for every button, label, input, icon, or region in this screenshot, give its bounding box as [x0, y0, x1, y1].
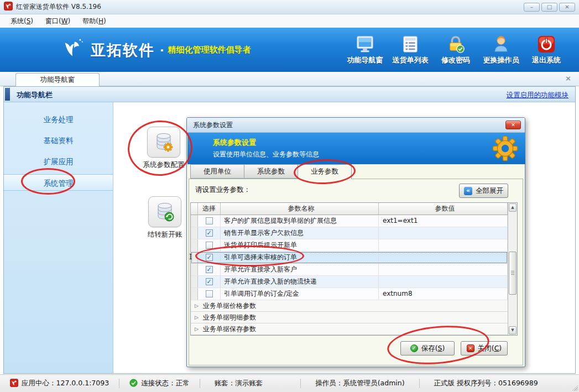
status-connection: 连接状态：正常	[119, 379, 200, 388]
menu-bar: 系统(S)窗口(W)帮助(H)	[0, 14, 579, 28]
minimize-button[interactable]: –	[524, 3, 540, 12]
dialog-banner: 系统参数设置 设置使用单位信息、业务参数等信息	[187, 133, 525, 164]
banner-subtitle: 设置使用单位信息、业务参数等信息	[213, 150, 525, 159]
param-name-cell: 送货单打印后提示开新单	[221, 239, 379, 251]
configure-modules-link[interactable]: 设置启用的功能模块	[507, 91, 569, 100]
shortcut-database-refresh[interactable]: 结转新开账	[141, 196, 189, 239]
param-value-cell: ext1=ext1	[379, 215, 508, 227]
close-dialog-button[interactable]: ✕ 关闭(C)	[461, 341, 508, 356]
close-button[interactable]: ✕	[559, 3, 575, 12]
maximize-button[interactable]: □	[541, 3, 557, 12]
expand-all-label: 全部展开	[476, 186, 503, 196]
dialog-close-button[interactable]: ✕	[505, 121, 521, 129]
database-gear-icon	[147, 127, 180, 158]
group-label: 业务单据明细参数	[203, 313, 256, 322]
table-row[interactable]: ✓开单允许直接录入新客户	[191, 264, 508, 276]
toolbar-monitor[interactable]: 功能导航窗	[343, 33, 387, 65]
toolbar-power[interactable]: 退出系统	[524, 33, 568, 65]
row-indicator	[191, 227, 198, 239]
list-icon	[388, 33, 432, 54]
dialog-tab[interactable]: 系统参数	[244, 164, 298, 179]
group-label: 业务单据保存参数	[203, 325, 256, 334]
sidebar-item[interactable]: 扩展应用	[4, 153, 113, 170]
checkbox-cell	[198, 239, 221, 251]
gear-icon	[492, 135, 518, 161]
checkbox[interactable]	[206, 217, 213, 224]
shortcut-database-gear[interactable]: 系统参数配置	[140, 127, 187, 170]
resize-grip[interactable]	[571, 384, 578, 391]
application-window: 红管家送货单软件 V8.5.196 – □ ✕ 系统(S)窗口(W)帮助(H) …	[0, 0, 579, 392]
sidebar-item[interactable]: 基础资料	[4, 132, 113, 149]
header-toolbar: 功能导航窗送货单列表修改密码更换操作员退出系统	[343, 33, 568, 65]
lock-icon	[434, 33, 478, 54]
monitor-icon	[343, 33, 387, 54]
param-value-cell	[379, 239, 508, 251]
nav-panel-title: 功能导航栏	[17, 90, 53, 100]
toolbar-item-label: 送货单列表	[388, 55, 432, 65]
table-row[interactable]: ✓开单允许直接录入新的物流快递	[191, 276, 508, 288]
collapse-arrow-icon[interactable]: ▷	[195, 303, 199, 309]
menu-item[interactable]: 帮助(H)	[76, 15, 112, 28]
column-header: 选择	[198, 203, 221, 215]
row-indicator	[191, 288, 198, 300]
column-header: 参数名称	[221, 203, 379, 215]
group-row[interactable]: ▷业务单据保存参数	[191, 323, 508, 335]
status-connection-text: 连接状态：正常	[141, 379, 190, 388]
param-name-cell: 开单允许直接录入新的物流快递	[221, 276, 379, 288]
menu-item[interactable]: 系统(S)	[4, 15, 39, 28]
table-row[interactable]: 送货单打印后提示开新单	[191, 239, 508, 252]
status-operator: 操作员：系统管理员(admin)	[300, 379, 419, 388]
tabstrip-close-icon[interactable]: ×	[565, 74, 571, 82]
param-name-cell: 客户的扩展信息提取到单据的扩展信息	[221, 215, 379, 227]
toolbar-item-label: 修改密码	[434, 55, 478, 65]
shortcut-label: 系统参数配置	[140, 160, 187, 170]
menu-item[interactable]: 窗口(W)	[39, 15, 76, 28]
status-app-center-text: 应用中心：127.0.0.1:7093	[22, 379, 109, 388]
row-indicator	[191, 276, 198, 288]
toolbar-list[interactable]: 送货单列表	[388, 33, 432, 65]
checkbox[interactable]: ✓	[206, 266, 213, 273]
toolbar-user[interactable]: 更换操作员	[479, 33, 523, 65]
checkbox[interactable]	[206, 290, 213, 297]
table-row[interactable]: ✓销售开单显示客户欠款信息	[191, 227, 508, 239]
checkbox-cell	[198, 215, 221, 227]
toolbar-item-label: 退出系统	[524, 55, 568, 65]
brand-name: 亚拓软件	[91, 40, 155, 60]
group-row[interactable]: ▷业务单据明细参数	[191, 312, 508, 323]
scrollbar-thumb[interactable]	[509, 252, 517, 295]
dialog-tab[interactable]: 业务参数	[298, 164, 352, 179]
tab-function-navigator[interactable]: 功能导航窗	[15, 73, 100, 86]
table-row[interactable]: 客户的扩展信息提取到单据的扩展信息ext1=ext1	[191, 215, 508, 227]
save-button[interactable]: ✓ 保存(S)	[400, 341, 455, 356]
param-name-cell: 引单可选择未审核的订单	[221, 252, 379, 263]
scroll-down-icon[interactable]: ▼	[509, 326, 517, 334]
expand-all-button[interactable]: « 全部展开	[459, 184, 508, 198]
checkbox[interactable]: ✓	[206, 254, 213, 261]
dialog-titlebar: 系统参数设置	[187, 118, 525, 133]
nav-panel-header: 功能导航栏 设置启用的功能模块	[4, 87, 575, 102]
param-value-cell	[379, 227, 508, 239]
table-row[interactable]: 引单调用订单的订金/定金extnum8	[191, 288, 508, 300]
toolbar-lock[interactable]: 修改密码	[434, 33, 478, 65]
scroll-up-icon[interactable]: ▲	[509, 203, 517, 212]
checkbox-cell: ✓	[198, 227, 221, 239]
param-name-cell: 销售开单显示客户欠款信息	[221, 227, 379, 239]
sidebar-item[interactable]: 系统管理	[4, 174, 113, 191]
close-button-label: 关闭(C)	[478, 344, 502, 353]
window-titlebar: 红管家送货单软件 V8.5.196 – □ ✕	[0, 0, 579, 14]
checkbox[interactable]: ✓	[206, 229, 213, 237]
vertical-scrollbar[interactable]: ▲ ▼	[508, 203, 517, 335]
table-row[interactable]: ✓引单可选择未审核的订单	[191, 252, 508, 264]
checkbox[interactable]	[206, 242, 213, 249]
sidebar-item[interactable]: 业务处理	[4, 111, 113, 128]
checkbox[interactable]: ✓	[206, 278, 213, 285]
collapse-arrow-icon[interactable]: ▷	[195, 315, 199, 320]
category-sidebar: 业务处理基础资料扩展应用系统管理	[4, 102, 113, 373]
window-controls: – □ ✕	[524, 3, 575, 12]
collapse-arrow-icon[interactable]: ▷	[195, 326, 199, 332]
param-name-cell: 引单调用订单的订金/定金	[221, 288, 379, 300]
group-row[interactable]: ▷业务单据价格参数	[191, 300, 508, 312]
power-icon	[524, 33, 568, 54]
database-refresh-icon	[148, 196, 181, 227]
dialog-tab[interactable]: 使用单位	[190, 164, 244, 179]
